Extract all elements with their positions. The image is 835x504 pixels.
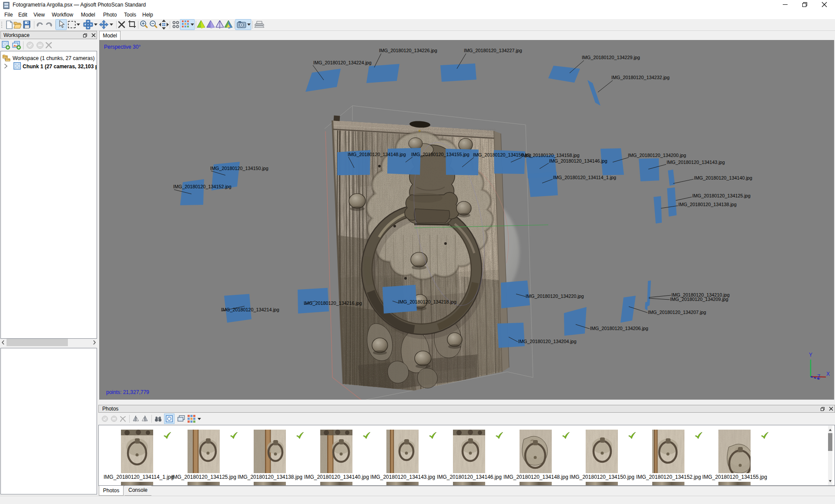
- svg-text:IMG_20180120_134220.jpg: IMG_20180120_134220.jpg: [526, 294, 584, 299]
- svg-text:Y: Y: [809, 352, 812, 358]
- svg-text:IMG_20180120_134229.jpg: IMG_20180120_134229.jpg: [582, 55, 640, 60]
- svg-text:IMG_20180120_134200.jpg: IMG_20180120_134200.jpg: [628, 153, 686, 158]
- svg-text:IMG_20180120_134207.jpg: IMG_20180120_134207.jpg: [648, 310, 706, 315]
- svg-text:IMG_20180120_134152.jpg: IMG_20180120_134152.jpg: [173, 184, 231, 189]
- svg-text:IMG_20180120_134125.jpg: IMG_20180120_134125.jpg: [692, 193, 751, 198]
- svg-text:IMG_20180120_134204.jpg: IMG_20180120_134204.jpg: [518, 339, 577, 344]
- svg-text:IMG_20180120_134206.jpg: IMG_20180120_134206.jpg: [590, 326, 648, 331]
- svg-text:IMG_20180120_134226.jpg: IMG_20180120_134226.jpg: [379, 48, 437, 53]
- svg-text:Z: Z: [817, 374, 820, 380]
- svg-text:IMG_20180120_134218.jpg: IMG_20180120_134218.jpg: [398, 299, 456, 304]
- svg-text:IMG_20180120_134209.jpg: IMG_20180120_134209.jpg: [670, 297, 728, 302]
- svg-text:IMG_20180120_134227.jpg: IMG_20180120_134227.jpg: [464, 48, 522, 53]
- svg-text:IMG_20180120_134232.jpg: IMG_20180120_134232.jpg: [611, 75, 670, 80]
- svg-text:IMG_20180120_134214.jpg: IMG_20180120_134214.jpg: [221, 307, 279, 312]
- svg-text:IMG_20180120_134148.jpg: IMG_20180120_134148.jpg: [348, 152, 406, 157]
- svg-text:IMG_20180120_134146.jpg: IMG_20180120_134146.jpg: [549, 158, 607, 164]
- svg-text:X: X: [826, 371, 830, 377]
- svg-text:IMG_20180120_134114_1.jpg: IMG_20180120_134114_1.jpg: [553, 175, 616, 180]
- svg-text:IMG_20180120_134155.jpg: IMG_20180120_134155.jpg: [411, 152, 469, 157]
- svg-text:IMG_20180120_134216.jpg: IMG_20180120_134216.jpg: [304, 300, 362, 306]
- svg-text:IMG_20180120_134224.jpg: IMG_20180120_134224.jpg: [313, 60, 372, 65]
- svg-text:IMG_20180120_134140.jpg: IMG_20180120_134140.jpg: [694, 175, 752, 180]
- svg-text:IMG_20180120_134143.jpg: IMG_20180120_134143.jpg: [667, 160, 725, 165]
- svg-text:IMG_20180120_134158.jpg: IMG_20180120_134158.jpg: [521, 153, 580, 158]
- svg-text:IMG_20180120_134138.jpg: IMG_20180120_134138.jpg: [678, 202, 737, 207]
- svg-text:IMG_20180120_134150.jpg: IMG_20180120_134150.jpg: [210, 166, 268, 171]
